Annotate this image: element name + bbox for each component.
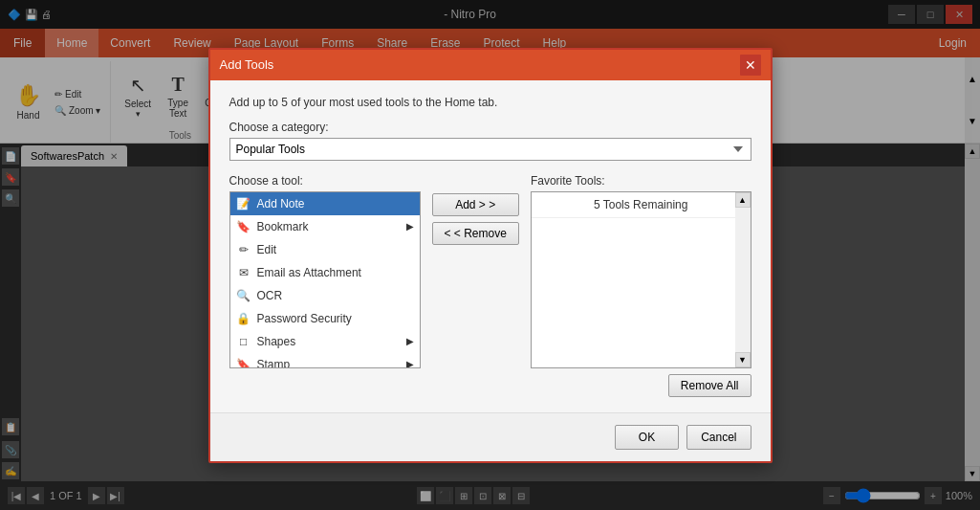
tool-bookmark-label: Bookmark (257, 220, 309, 233)
tools-list[interactable]: 📝 Add Note 🔖 Bookmark ▶ ✏ Edit (229, 191, 421, 368)
bookmark-icon: 🔖 (236, 219, 251, 234)
tool-item-shapes[interactable]: □ Shapes ▶ (230, 330, 420, 353)
edit-tool-icon: ✏ (236, 242, 251, 257)
email-icon: ✉ (236, 265, 251, 280)
add-remove-col: Add > > < < Remove (432, 174, 519, 245)
tool-add-note-label: Add Note (257, 197, 305, 211)
tool-stamp-label: Stamp (257, 358, 291, 368)
shapes-icon: □ (236, 334, 251, 349)
dialog-footer: OK Cancel (210, 412, 771, 461)
remove-all-button[interactable]: Remove All (668, 374, 751, 397)
stamp-arrow-icon: ▶ (406, 359, 414, 368)
add-note-icon: 📝 (236, 196, 251, 211)
tool-item-add-note[interactable]: 📝 Add Note (230, 192, 420, 215)
tool-item-password[interactable]: 🔒 Password Security (230, 307, 420, 330)
tool-choose-label: Choose a tool: (229, 174, 421, 188)
cancel-button[interactable]: Cancel (686, 425, 751, 450)
dialog-title: Add Tools (220, 57, 274, 72)
tool-ocr-label: OCR (257, 289, 283, 302)
favorite-tools-label: Favorite Tools: (531, 174, 751, 188)
fav-scrollbar: ▲ ▼ (735, 192, 751, 367)
remove-all-row: Remove All (531, 374, 751, 397)
tool-item-email[interactable]: ✉ Email as Attachment (230, 261, 420, 284)
tools-remaining-label: 5 Tools Remaining (532, 192, 751, 218)
shapes-arrow-icon: ▶ (406, 336, 414, 346)
tool-item-bookmark[interactable]: 🔖 Bookmark ▶ (230, 215, 420, 238)
category-label: Choose a category: (229, 121, 751, 134)
ok-button[interactable]: OK (615, 425, 679, 450)
bookmark-arrow-icon: ▶ (406, 221, 414, 232)
fav-scroll-up[interactable]: ▲ (735, 192, 751, 208)
dialog-description: Add up to 5 of your most used tools to t… (229, 96, 751, 109)
tool-password-label: Password Security (257, 312, 352, 325)
dialog-overlay: Add Tools ✕ Add up to 5 of your most use… (0, 0, 980, 510)
ocr-icon: 🔍 (236, 288, 251, 303)
stamp-icon: 🔖 (236, 357, 251, 368)
remove-button[interactable]: < < Remove (432, 222, 519, 245)
tool-item-edit[interactable]: ✏ Edit (230, 238, 420, 261)
tool-item-ocr[interactable]: 🔍 OCR (230, 284, 420, 307)
favorite-tools-box: 5 Tools Remaining ▲ ▼ (531, 191, 751, 368)
tool-item-stamp[interactable]: 🔖 Stamp ▶ (230, 353, 420, 368)
add-tools-dialog: Add Tools ✕ Add up to 5 of your most use… (208, 48, 773, 463)
tool-email-label: Email as Attachment (257, 266, 361, 279)
add-button[interactable]: Add > > (432, 193, 519, 216)
dialog-titlebar: Add Tools ✕ (210, 50, 771, 80)
fav-scroll-down[interactable]: ▼ (735, 352, 751, 367)
tools-list-col: Choose a tool: 📝 Add Note 🔖 Bookmark ▶ (229, 174, 421, 368)
dialog-body: Add up to 5 of your most used tools to t… (210, 80, 771, 412)
dialog-close-button[interactable]: ✕ (740, 55, 761, 76)
tool-edit-label: Edit (257, 243, 277, 256)
fav-scroll-track (735, 208, 751, 352)
category-select[interactable]: Popular Tools Edit Tools Convert Tools R… (229, 138, 751, 161)
favorite-tools-col: Favorite Tools: 5 Tools Remaining ▲ ▼ Re… (531, 174, 751, 397)
dialog-columns: Choose a tool: 📝 Add Note 🔖 Bookmark ▶ (229, 174, 751, 397)
tool-shapes-label: Shapes (257, 335, 296, 348)
password-icon: 🔒 (236, 311, 251, 326)
fav-tools-content (532, 218, 751, 367)
